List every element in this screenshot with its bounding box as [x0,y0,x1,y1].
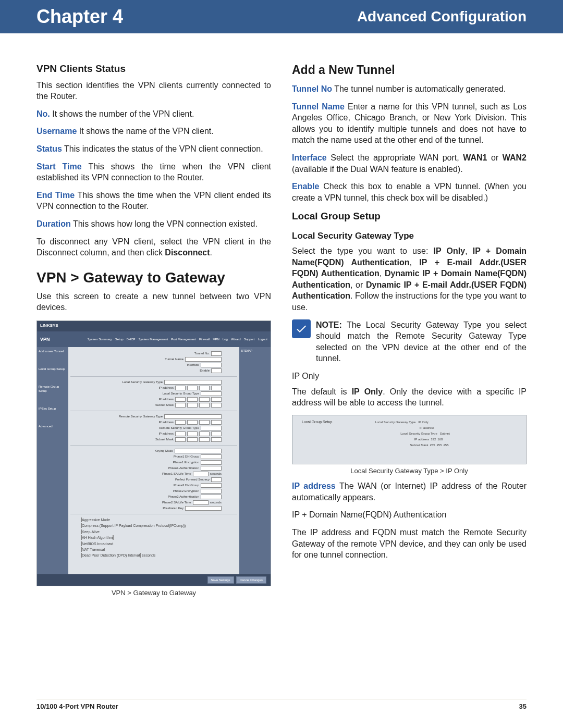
para-gateway: Use this screen to create a new tunnel b… [36,291,271,313]
label-end-time: End Time [36,191,75,200]
screenshot2-caption: Local Security Gateway Type > IP Only [292,466,527,476]
para-interface: Interface Select the appropriate WAN por… [292,152,527,175]
para-tunnel-no: Tunnel No The tunnel number is automatic… [292,83,527,95]
label-duration: Duration [36,219,71,228]
label-ip-address: IP address [292,482,336,490]
header-bar: Chapter 4 Advanced Configuration [0,0,563,33]
left-column: VPN Clients Status This section identifi… [36,62,271,597]
para-intro: This section identifies the VPN clients … [36,80,271,102]
para-no: No. It shows the number of the VPN clien… [36,108,271,120]
label-start-time: Start Time [36,162,82,171]
checkmark-icon [292,319,311,338]
page: Chapter 4 Advanced Configuration VPN Cli… [0,0,563,728]
note-text: NOTE: The Local Security Gateway Type yo… [316,319,527,364]
para-tunnel-name: Tunnel Name Enter a name for this VPN tu… [292,101,527,146]
screenshot-gateway-to-gateway: LINKSYS VPN System Summary Setup DHCP Sy… [36,320,271,586]
heading-vpn-clients-status: VPN Clients Status [36,62,271,76]
screenshot-nav-vpn: VPN [40,336,50,342]
screenshot-ip-only: Local Group Setup Local Security Gateway… [292,415,527,464]
screenshot-brand: LINKSYS [37,321,271,331]
para-select-type: Select the type you want to use: IP Only… [292,245,527,313]
screenshot-footer: Save Settings Cancel Changes [37,574,271,586]
screenshot-nav-tabs: System Summary Setup DHCP System Managem… [87,337,267,341]
cancel-button: Cancel Changes [236,576,266,584]
content-columns: VPN Clients Status This section identifi… [0,33,563,597]
heading-ip-fqdn: IP + Domain Name(FQDN) Authentication [292,509,527,521]
screenshot-help: SITEMAP [239,347,271,574]
screenshot-navbar: VPN System Summary Setup DHCP System Man… [37,331,271,347]
page-footer: 10/100 4-Port VPN Router 35 [36,699,527,710]
para-ip-address: IP address The WAN (or Internet) IP addr… [292,480,527,503]
para-status: Status This indicates the status of the … [36,143,271,155]
heading-add-new-tunnel: Add a New Tunnel [292,62,527,78]
screenshot-sidebar: Add a new Tunnel Local Group Setup Remot… [37,347,68,574]
para-enable: Enable Check this box to enable a VPN tu… [292,181,527,203]
label-no: No. [36,109,50,118]
screenshot-form: Tunnel No. Tunnel Name Interface Enable … [68,347,239,574]
para-ip-fqdn: The IP address and FQDN must match the R… [292,527,527,561]
para-disconnect: To disconnect any VPN client, select the… [36,236,271,258]
heading-vpn-gateway: VPN > Gateway to Gateway [36,268,271,288]
label-interface: Interface [292,153,327,162]
para-start: Start Time This shows the time when the … [36,161,271,183]
label-tunnel-name: Tunnel Name [292,102,345,111]
label-username: Username [36,127,77,135]
heading-ip-only: IP Only [292,371,527,382]
screenshot-caption: VPN > Gateway to Gateway [36,588,271,598]
label-enable: Enable [292,182,319,191]
section-title: Advanced Configuration [357,8,527,25]
para-end: End Time This shows the time when the VP… [36,190,271,212]
label-status: Status [36,144,62,153]
right-column: Add a New Tunnel Tunnel No The tunnel nu… [292,62,527,597]
para-username: Username It shows the name of the VPN cl… [36,126,271,137]
note-box: NOTE: The Local Security Gateway Type yo… [292,319,527,364]
para-ip-only: The default is IP Only. Only the device … [292,386,527,409]
chapter-title: Chapter 4 [36,6,123,28]
para-duration: Duration This shows how long the VPN con… [36,218,271,230]
heading-local-group-setup: Local Group Setup [292,209,527,223]
save-button: Save Settings [207,576,234,584]
footer-product: 10/100 4-Port VPN Router [36,702,118,710]
footer-page-number: 35 [519,702,527,710]
heading-local-security-gateway-type: Local Security Gateway Type [292,230,527,242]
label-tunnel-no: Tunnel No [292,84,332,93]
